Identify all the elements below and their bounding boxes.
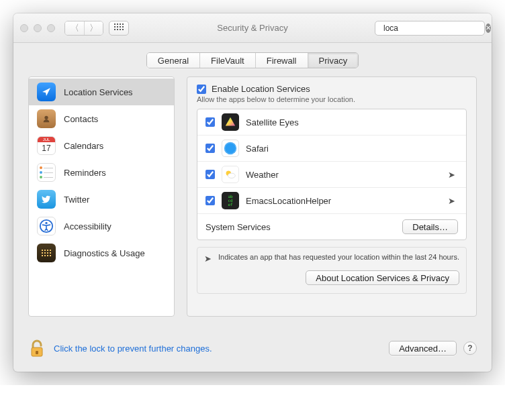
enable-location-checkbox[interactable] [197, 85, 206, 94]
app-icon-weather [222, 166, 239, 183]
svg-point-12 [228, 173, 235, 178]
main-panel: Enable Location Services Allow the apps … [187, 76, 477, 317]
sidebar-item-label: Calendars [64, 141, 103, 151]
location-arrow-icon: ➤ [204, 254, 212, 264]
apps-list: Satellite Eyes Safari Weather ➤ [197, 109, 467, 240]
app-checkbox[interactable] [205, 196, 215, 205]
app-row: Satellite Eyes [197, 109, 466, 136]
app-checkbox[interactable] [205, 144, 215, 153]
note-box: ➤ Indicates an app that has requested yo… [197, 247, 467, 294]
system-services-row: System Services Details… [197, 214, 466, 240]
app-icon-satellite-eyes [222, 113, 239, 131]
accessibility-icon [37, 217, 56, 235]
close-window-button[interactable] [20, 24, 28, 32]
reminders-icon [37, 163, 56, 182]
app-checkbox[interactable] [205, 170, 215, 179]
app-name: Safari [246, 144, 458, 154]
minimize-window-button[interactable] [34, 24, 42, 32]
recent-location-icon: ➤ [448, 196, 455, 206]
zoom-window-button[interactable] [47, 24, 55, 32]
advanced-button[interactable]: Advanced… [389, 341, 457, 356]
tab-privacy[interactable]: Privacy [308, 53, 359, 68]
about-location-services-button[interactable]: About Location Services & Privacy [306, 270, 459, 285]
sidebar-item-label: Location Services [64, 87, 133, 97]
search-field[interactable]: ✕ [375, 21, 485, 36]
lock-icon[interactable] [28, 338, 46, 358]
enable-location-subtext: Allow the apps below to determine your l… [197, 95, 467, 103]
svg-rect-14 [36, 351, 38, 354]
show-all-button[interactable] [109, 21, 129, 36]
app-row: Weather ➤ [197, 162, 466, 188]
enable-location-row: Enable Location Services [197, 84, 467, 94]
tabs: General FileVault Firewall Privacy [146, 52, 359, 68]
footer: Click the lock to prevent further change… [13, 329, 492, 372]
sidebar-item-location-services[interactable]: Location Services [29, 78, 174, 105]
nav-buttons: 〈 〉 [64, 21, 103, 36]
help-button[interactable]: ? [463, 342, 477, 355]
clear-search-button[interactable]: ✕ [486, 23, 491, 33]
app-checkbox[interactable] [205, 117, 215, 127]
system-services-label: System Services [205, 222, 271, 232]
sidebar-item-accessibility[interactable]: Accessibility [29, 213, 174, 240]
content: Location Services Contacts JUL 17 Calend… [13, 76, 492, 329]
search-input[interactable] [382, 23, 486, 34]
app-row: abcdef EmacsLocationHelper ➤ [197, 188, 466, 214]
sidebar-item-twitter[interactable]: Twitter [29, 186, 174, 213]
app-name: Weather [246, 170, 441, 180]
svg-point-2 [44, 116, 48, 119]
sidebar-item-diagnostics-usage[interactable]: Diagnostics & Usage [29, 240, 174, 266]
recent-location-icon: ➤ [448, 170, 455, 180]
twitter-icon [37, 190, 56, 209]
tab-general[interactable]: General [147, 53, 199, 68]
svg-point-4 [45, 222, 47, 224]
traffic-lights [20, 24, 55, 32]
svg-marker-6 [226, 117, 235, 126]
app-name: Satellite Eyes [246, 117, 458, 127]
sidebar-item-contacts[interactable]: Contacts [29, 105, 174, 132]
enable-location-label: Enable Location Services [212, 84, 310, 94]
sidebar-item-label: Twitter [64, 195, 89, 205]
back-button[interactable]: 〈 [65, 21, 84, 35]
tab-firewall[interactable]: Firewall [255, 53, 308, 68]
grid-icon [114, 23, 124, 33]
privacy-sidebar: Location Services Contacts JUL 17 Calend… [28, 76, 175, 317]
calendar-icon: JUL 17 [37, 136, 56, 155]
note-text-row: ➤ Indicates an app that has requested yo… [204, 253, 459, 264]
sidebar-item-label: Diagnostics & Usage [64, 248, 145, 258]
sidebar-item-label: Accessibility [64, 221, 111, 231]
titlebar: 〈 〉 Security & Privacy ✕ [13, 13, 492, 43]
location-arrow-icon [37, 83, 56, 101]
lock-text[interactable]: Click the lock to prevent further change… [54, 344, 212, 354]
preferences-window: 〈 〉 Security & Privacy ✕ General FileVau… [13, 13, 492, 372]
app-icon-emacs-location-helper: abcdef [222, 192, 239, 209]
app-row: Safari [197, 136, 466, 162]
tab-filevault[interactable]: FileVault [199, 53, 255, 68]
svg-point-7 [224, 142, 236, 154]
sidebar-item-calendars[interactable]: JUL 17 Calendars [29, 132, 174, 159]
app-name: EmacsLocationHelper [246, 196, 441, 206]
note-text: Indicates an app that has requested your… [218, 253, 459, 264]
sidebar-item-label: Reminders [64, 168, 106, 178]
app-icon-safari [222, 140, 239, 157]
contacts-icon [37, 109, 56, 128]
forward-button[interactable]: 〉 [84, 21, 103, 35]
details-button[interactable]: Details… [402, 219, 458, 234]
sidebar-item-reminders[interactable]: Reminders [29, 159, 174, 186]
diagnostics-icon [37, 244, 56, 262]
tabs-row: General FileVault Firewall Privacy [13, 43, 492, 76]
sidebar-item-label: Contacts [64, 114, 98, 124]
